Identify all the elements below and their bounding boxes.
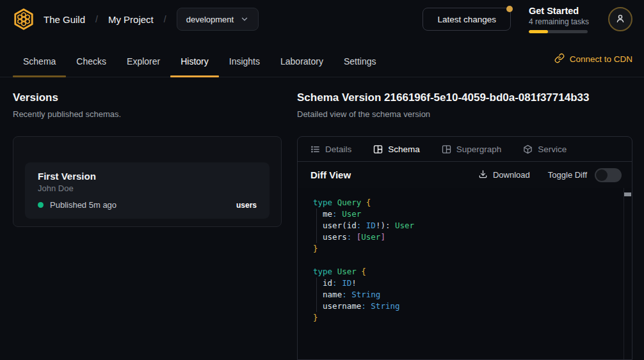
code-area: type Query { me: User user(id: ID!): Use… — [298, 188, 632, 359]
breadcrumb: The Guild / My Project / development — [44, 8, 259, 31]
version-status-row: Published 5m agousers — [38, 200, 257, 210]
hive-logo-icon[interactable] — [12, 7, 36, 31]
link-icon — [554, 53, 565, 65]
latest-changes-button[interactable]: Latest changes — [423, 8, 511, 31]
code-line — [313, 254, 616, 266]
list-icon — [310, 145, 320, 154]
switch-knob — [596, 169, 608, 181]
schema-version-title: Schema Version 2166196f-5e10-4059-bd0a-0… — [297, 91, 632, 104]
main-content: Versions Recently published schemas. Fir… — [0, 77, 644, 360]
versions-section: Versions Recently published schemas. Fir… — [13, 91, 282, 360]
code-line: users: [User] — [313, 231, 616, 243]
notification-dot-icon — [506, 6, 513, 12]
version-list: First VersionJohn DoePublished 5m agouse… — [13, 136, 282, 227]
version-name: First Version — [38, 171, 257, 182]
code-line: name: String — [313, 289, 616, 301]
download-icon — [478, 169, 488, 181]
toggle-diff-switch[interactable] — [595, 168, 622, 182]
user-avatar[interactable] — [608, 7, 632, 31]
progress-bar — [529, 30, 588, 33]
scrollbar-thumb[interactable] — [624, 192, 631, 196]
diff-toolbar: Diff View Download Toggle Diff — [298, 162, 632, 188]
cube-icon — [523, 145, 533, 154]
header-actions: Latest changes Get Started 4 remaining t… — [423, 6, 632, 33]
get-started-subtitle: 4 remaining tasks — [529, 17, 590, 26]
breadcrumb-separator: / — [95, 14, 98, 24]
get-started-widget[interactable]: Get Started 4 remaining tasks — [529, 6, 590, 33]
tab-laboratory[interactable]: Laboratory — [270, 56, 334, 77]
detail-tab-label: Supergraph — [456, 145, 502, 154]
code-line: } — [313, 243, 616, 254]
tab-schema[interactable]: Schema — [13, 56, 66, 77]
code-line: id: ID! — [313, 278, 616, 289]
schema-version-section: Schema Version 2166196f-5e10-4059-bd0a-0… — [297, 91, 632, 360]
person-icon — [615, 13, 626, 26]
version-list-item[interactable]: First VersionJohn DoePublished 5m agouse… — [25, 162, 270, 219]
columns-icon — [442, 145, 451, 154]
download-button[interactable]: Download — [478, 169, 530, 181]
versions-title: Versions — [13, 91, 282, 104]
detail-tab-label: Details — [325, 145, 351, 154]
schema-version-panel: DetailsSchemaSupergraphService Diff View… — [297, 136, 632, 360]
toggle-diff-label: Toggle Diff — [548, 170, 587, 180]
status-dot-icon — [38, 202, 44, 208]
chevron-down-icon — [240, 15, 249, 24]
breadcrumb-project[interactable]: My Project — [108, 14, 154, 25]
latest-changes-label: Latest changes — [437, 15, 496, 24]
connect-to-cdn-label: Connect to CDN — [570, 54, 632, 64]
get-started-title: Get Started — [529, 6, 590, 16]
code-line: user(id: ID!): User — [313, 220, 616, 231]
columns-icon — [373, 145, 383, 154]
target-selector[interactable]: development — [177, 8, 259, 31]
tab-settings[interactable]: Settings — [334, 56, 387, 77]
version-service-badge: users — [236, 201, 257, 210]
detail-tab-details[interactable]: Details — [310, 145, 351, 154]
download-label: Download — [493, 170, 530, 180]
detail-tab-label: Schema — [388, 145, 420, 154]
code-line: me: User — [313, 208, 616, 220]
diff-view-title: Diff View — [310, 169, 351, 180]
code-line: username: String — [313, 301, 616, 312]
tab-history[interactable]: History — [170, 56, 219, 77]
code-line: type Query { — [313, 197, 616, 208]
target-selector-value: development — [186, 15, 234, 24]
version-author: John Doe — [38, 184, 257, 193]
progress-fill — [529, 30, 548, 33]
version-status: Published 5m ago — [50, 200, 117, 210]
detail-tab-label: Service — [538, 145, 567, 154]
code-editor[interactable]: type Query { me: User user(id: ID!): Use… — [298, 188, 632, 324]
code-line: } — [313, 312, 616, 324]
versions-subtitle: Recently published schemas. — [13, 109, 282, 119]
code-line: type User { — [313, 266, 616, 278]
toggle-diff-group: Toggle Diff — [548, 168, 622, 182]
top-header: The Guild / My Project / development Lat… — [0, 0, 644, 38]
scrollbar-track — [624, 188, 632, 359]
detail-tab-supergraph[interactable]: Supergraph — [442, 145, 502, 154]
connect-to-cdn-link[interactable]: Connect to CDN — [554, 53, 632, 77]
breadcrumb-separator: / — [164, 14, 166, 24]
tab-insights[interactable]: Insights — [219, 56, 270, 77]
detail-tabs: DetailsSchemaSupergraphService — [298, 137, 632, 162]
tab-checks[interactable]: Checks — [66, 56, 117, 77]
schema-version-subtitle: Detailed view of the schema version — [297, 109, 632, 119]
app-root: The Guild / My Project / development Lat… — [0, 0, 644, 360]
detail-tab-schema[interactable]: Schema — [373, 145, 420, 154]
primary-nav: SchemaChecksExplorerHistoryInsightsLabor… — [0, 38, 644, 77]
tab-explorer[interactable]: Explorer — [117, 56, 170, 77]
breadcrumb-org[interactable]: The Guild — [44, 14, 85, 25]
diff-toolbar-actions: Download Toggle Diff — [478, 168, 622, 182]
nav-tabs: SchemaChecksExplorerHistoryInsightsLabor… — [13, 56, 387, 77]
detail-tab-service[interactable]: Service — [523, 145, 567, 154]
